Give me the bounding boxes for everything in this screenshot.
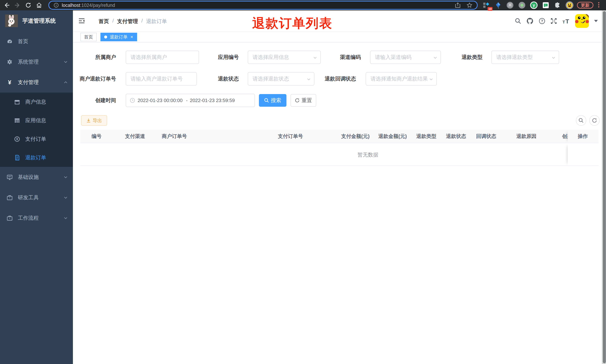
chevron-down-icon [313, 55, 317, 60]
reload-icon[interactable] [25, 1, 32, 9]
chevron-down-icon [306, 77, 311, 81]
search-button[interactable]: 搜索 [259, 94, 287, 107]
refund-status-select[interactable]: 请选择退款状态 [248, 72, 314, 86]
col-header-refund-reason: 退款原因 [513, 130, 558, 143]
col-header-create-time: 创建时间 [558, 130, 568, 143]
col-header-refund-type: 退款类型 [413, 130, 442, 143]
extension-kite-icon[interactable] [494, 1, 502, 9]
merchant-refund-no-field[interactable] [126, 72, 197, 86]
avatar-caret-icon[interactable] [594, 20, 598, 22]
refund-type-select[interactable]: 请选择退款类型 [491, 51, 559, 64]
url-host: localhost [62, 3, 80, 8]
sidebar-item-system[interactable]: 系统管理 [0, 52, 73, 72]
col-header-refund-status: 退款状态 [442, 130, 473, 143]
sidebar: 芋道管理系统 首页 系统管理 ¥ 支付管理 商户信息 [0, 10, 73, 364]
app-logo-rabbit [5, 14, 18, 27]
forward-icon[interactable] [14, 1, 21, 9]
browser-menu-icon[interactable] [598, 2, 600, 8]
sidebar-item-pay-order[interactable]: ¥ 支付订单 [0, 130, 73, 148]
briefcase-icon [7, 215, 13, 221]
extension-command-icon[interactable]: ⌘ [506, 1, 514, 9]
table-header-row: 编号 支付渠道 商户订单号 支付订单号 支付金额(元) 退款金额(元) 退款类型… [80, 130, 568, 143]
app-logo-row[interactable]: 芋道管理系统 [0, 10, 73, 31]
chevron-down-icon [551, 55, 556, 60]
home-icon[interactable] [35, 1, 43, 9]
scrollbar-thumb[interactable] [603, 11, 606, 363]
url-path: :1024/pay/refund [80, 3, 115, 8]
filter-label-refund-status: 退款状态 [199, 72, 243, 86]
font-size-icon[interactable]: TT [562, 18, 570, 24]
extension-emoji-icon[interactable] [566, 1, 574, 9]
export-button[interactable]: 导出 [81, 115, 107, 126]
breadcrumb-separator: / [141, 18, 143, 25]
merchant-refund-no-input[interactable] [126, 76, 197, 82]
fullscreen-icon[interactable] [551, 18, 557, 24]
extension-chat-icon[interactable] [542, 1, 550, 9]
col-header-actions: 操作 [568, 130, 599, 143]
bookmark-star-icon[interactable] [466, 2, 473, 8]
sidebar-item-workflow[interactable]: 工作流程 [0, 208, 73, 228]
monitor-icon [7, 174, 13, 180]
chevron-down-icon [429, 77, 433, 81]
sidebar-fold-icon[interactable] [79, 18, 85, 24]
refresh-icon [295, 98, 300, 103]
url-bar[interactable]: localhost:1024/pay/refund [48, 1, 478, 10]
sidebar-menu: 首页 系统管理 ¥ 支付管理 商户信息 应用信息 [0, 31, 73, 228]
yen-circle-icon: ¥ [14, 136, 20, 142]
sidebar-item-refund-order[interactable]: 退款订单 [0, 148, 73, 167]
app-title: 芋道管理系统 [22, 17, 56, 25]
merchant-select[interactable] [126, 51, 199, 64]
sidebar-item-merchant-info[interactable]: 商户信息 [0, 92, 73, 111]
chevron-down-icon [64, 195, 68, 200]
breadcrumb-home[interactable]: 首页 [99, 18, 109, 25]
create-time-range-picker[interactable]: 2022-01-23 00:00:00 - 2022-01-23 23:59:5… [126, 94, 255, 107]
range-end-value[interactable]: 2022-01-23 23:59:59 [190, 98, 236, 103]
sidebar-item-pay[interactable]: ¥ 支付管理 [0, 72, 73, 92]
breadcrumb-separator: / [112, 18, 114, 25]
app-select[interactable]: 请选择应用信息 [248, 51, 321, 64]
help-icon[interactable]: ? [539, 18, 545, 24]
range-separator: - [184, 98, 190, 103]
sidebar-item-home[interactable]: 首页 [0, 31, 73, 52]
range-start-value[interactable]: 2022-01-23 00:00:00 [138, 98, 184, 103]
col-header-refund-amount: 退款金额(元) [375, 130, 413, 143]
update-button[interactable]: 更新 [577, 2, 593, 9]
filter-label-merchant: 所属商户 [76, 51, 120, 64]
notify-status-select[interactable]: 请选择通知商户退款结果 [366, 72, 437, 86]
sidebar-item-infra[interactable]: 基础设施 [0, 167, 73, 187]
window-scrollbar[interactable] [602, 10, 606, 364]
filter-label-app: 应用编号 [199, 51, 243, 64]
empty-text: 暂无数据 [357, 151, 378, 158]
sidebar-item-dev-tools[interactable]: 研发工具 [0, 187, 73, 208]
filter-label-merchant-refund-no: 商户退款订单号 [73, 72, 120, 86]
breadcrumb-pay[interactable]: 支付管理 [117, 18, 138, 25]
tab-refund-order[interactable]: 退款订单 ✕ [100, 33, 137, 41]
channel-select[interactable]: 请输入渠道编码 [370, 51, 441, 64]
yen-icon: ¥ [7, 79, 13, 86]
search-icon[interactable] [515, 18, 521, 24]
search-icon [264, 98, 269, 103]
shop-icon [14, 99, 20, 105]
col-header-callback-status: 回调状态 [473, 130, 513, 143]
extension-tiles-icon[interactable]: 10 [482, 1, 490, 9]
back-icon[interactable] [3, 1, 10, 9]
tag-view-bar: 首页 退款订单 ✕ [73, 32, 606, 42]
tab-home[interactable]: 首页 [80, 33, 97, 41]
toggle-search-button[interactable] [576, 115, 586, 126]
tab-active-dot [104, 36, 107, 39]
sidebar-item-app-info[interactable]: 应用信息 [0, 111, 73, 130]
main-area: 首页 / 支付管理 / 退款订单 ? TT 退款订单列表 首页 [73, 10, 606, 364]
search-icon [579, 118, 584, 123]
user-avatar-pikachu[interactable] [575, 14, 589, 28]
reset-button[interactable]: 重置 [290, 94, 316, 107]
col-header-pay-order-no: 支付订单号 [274, 130, 337, 143]
share-icon[interactable] [455, 2, 461, 8]
refresh-button[interactable] [589, 115, 600, 126]
github-icon[interactable] [527, 17, 533, 25]
close-icon[interactable]: ✕ [130, 35, 133, 39]
extensions-puzzle-icon[interactable] [553, 1, 562, 9]
extension-dot-icon[interactable] [518, 1, 526, 9]
svg-text:T: T [566, 18, 569, 24]
merchant-input[interactable] [126, 54, 199, 60]
extension-vue-icon[interactable]: y [530, 1, 538, 9]
